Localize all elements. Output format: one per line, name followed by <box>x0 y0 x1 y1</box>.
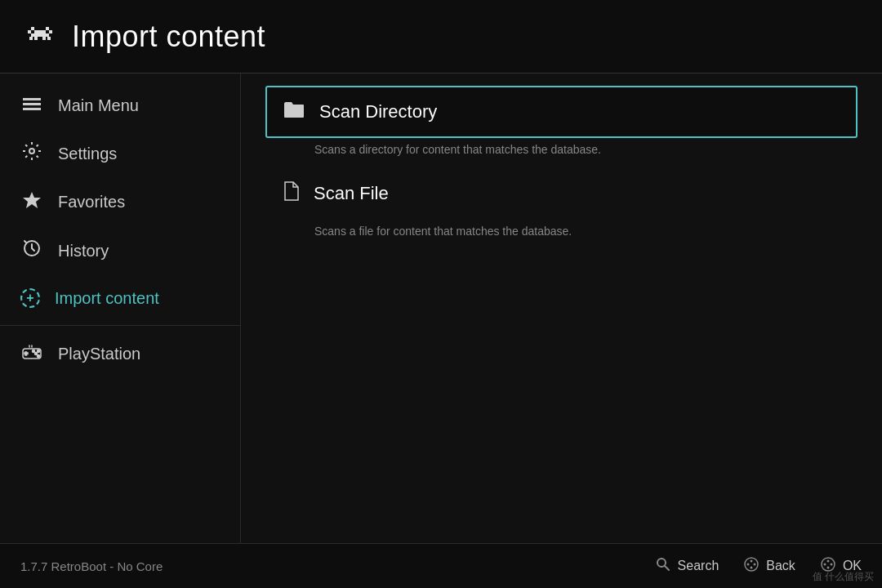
footer: 1.7.7 RetroBoot - No Core Search <box>0 543 882 588</box>
svg-point-20 <box>33 350 35 353</box>
svg-rect-10 <box>23 98 41 100</box>
svg-rect-6 <box>34 37 38 40</box>
scan-directory-desc: Scans a directory for content that match… <box>265 140 858 167</box>
sidebar-label-playstation: PlayStation <box>58 345 140 363</box>
watermark: 值 什么值得买 <box>813 570 874 584</box>
sidebar-item-history[interactable]: History <box>0 226 240 275</box>
scan-file-desc: Scans a file for content that matches th… <box>265 221 858 249</box>
search-button[interactable]: Search <box>655 556 719 576</box>
svg-rect-7 <box>42 37 46 40</box>
svg-point-24 <box>657 562 658 564</box>
sidebar-item-playstation[interactable]: PlayStation <box>0 330 240 377</box>
back-button-label: Back <box>766 559 795 573</box>
sidebar-label-settings: Settings <box>58 145 117 163</box>
search-button-label: Search <box>678 559 719 573</box>
svg-point-35 <box>823 564 826 566</box>
svg-point-31 <box>751 560 753 563</box>
svg-rect-11 <box>23 103 41 105</box>
scan-file-label: Scan File <box>314 183 389 204</box>
sidebar-label-favorites: Favorites <box>58 193 125 212</box>
svg-line-28 <box>665 566 669 570</box>
history-icon <box>20 239 43 262</box>
svg-point-27 <box>661 566 662 568</box>
sidebar-label-history: History <box>58 242 109 261</box>
svg-rect-2 <box>31 27 34 30</box>
scan-directory-item[interactable]: Scan Directory <box>265 86 858 138</box>
svg-point-38 <box>826 567 829 569</box>
playstation-icon <box>20 343 43 364</box>
svg-rect-3 <box>46 27 49 30</box>
svg-point-36 <box>826 560 829 563</box>
svg-point-13 <box>29 149 34 154</box>
svg-point-30 <box>747 564 750 566</box>
favorites-icon <box>20 191 43 213</box>
back-button-icon <box>743 556 760 576</box>
main-menu-icon <box>20 95 43 116</box>
back-button[interactable]: Back <box>743 556 795 576</box>
sidebar-label-main-menu: Main Menu <box>58 96 139 115</box>
svg-rect-1 <box>49 30 52 33</box>
svg-point-26 <box>665 562 666 564</box>
sidebar-item-settings[interactable]: Settings <box>0 129 240 178</box>
import-content-icon: + <box>20 288 40 308</box>
svg-rect-12 <box>23 108 41 110</box>
content-area: Scan Directory Scans a directory for con… <box>241 74 882 543</box>
version-label: 1.7.7 RetroBoot - No Core <box>20 559 655 573</box>
svg-point-18 <box>38 350 40 353</box>
sidebar-item-favorites[interactable]: Favorites <box>0 178 240 226</box>
svg-point-33 <box>751 567 753 569</box>
svg-rect-5 <box>34 30 46 33</box>
search-button-icon <box>655 556 671 576</box>
svg-rect-4 <box>31 33 49 37</box>
sidebar: Main Menu Settings Favorites <box>0 74 241 543</box>
page-title: Import content <box>72 20 265 54</box>
main-container: Main Menu Settings Favorites <box>0 74 882 543</box>
svg-marker-14 <box>23 192 41 208</box>
sidebar-divider <box>0 325 240 326</box>
svg-point-34 <box>822 558 835 571</box>
sidebar-item-import-content[interactable]: + Import content <box>0 275 240 321</box>
svg-point-29 <box>745 558 758 571</box>
folder-icon <box>283 100 305 123</box>
svg-point-19 <box>38 355 40 358</box>
svg-rect-0 <box>28 30 31 33</box>
svg-point-25 <box>661 558 662 559</box>
settings-icon <box>20 142 43 165</box>
app-logo-icon <box>24 21 56 51</box>
svg-point-17 <box>35 353 38 355</box>
svg-rect-22 <box>24 353 28 354</box>
svg-rect-8 <box>29 37 33 40</box>
sidebar-label-import-content: Import content <box>55 289 159 308</box>
scan-file-item[interactable]: Scan File <box>265 167 858 220</box>
svg-rect-9 <box>47 37 51 40</box>
app-header: Import content <box>0 0 882 74</box>
sidebar-item-main-menu[interactable]: Main Menu <box>0 82 240 129</box>
file-icon <box>283 181 299 206</box>
svg-point-32 <box>754 564 756 566</box>
svg-point-37 <box>830 564 832 566</box>
watermark-text: 值 什么值得买 <box>813 570 874 584</box>
scan-directory-label: Scan Directory <box>319 101 437 122</box>
